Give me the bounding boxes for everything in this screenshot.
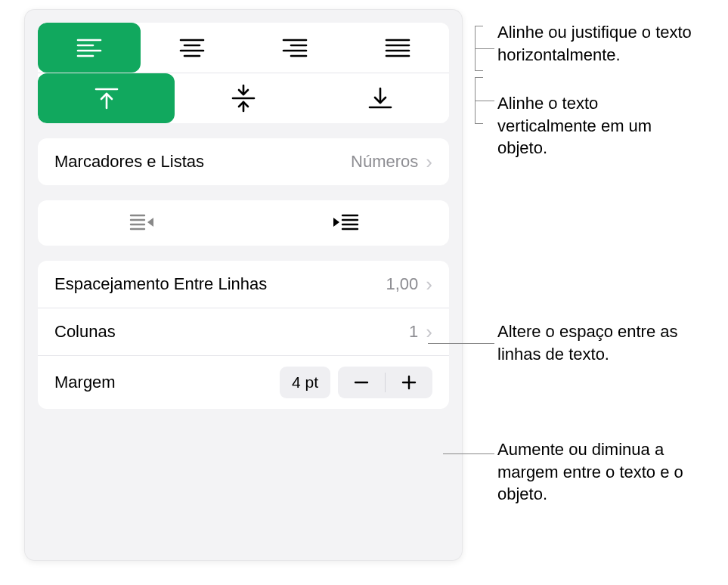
- margin-label: Margem: [54, 373, 116, 392]
- callout-halign: Alinhe ou justifique o texto horizontalm…: [497, 21, 724, 66]
- horizontal-align-row: [38, 23, 449, 73]
- margin-decrease-button[interactable]: [338, 367, 385, 398]
- increase-indent-button[interactable]: [243, 200, 449, 246]
- callout-line-spacing: [428, 343, 494, 344]
- alignment-group: [38, 23, 449, 123]
- increase-indent-icon: [332, 212, 361, 234]
- columns-value: 1: [409, 322, 418, 342]
- align-right-button[interactable]: [243, 23, 346, 73]
- plus-icon: [401, 375, 417, 390]
- align-justify-button[interactable]: [346, 23, 449, 73]
- line-spacing-label: Espacejamento Entre Linhas: [54, 274, 267, 294]
- align-center-button[interactable]: [141, 23, 243, 73]
- svg-marker-27: [147, 218, 153, 227]
- chevron-right-icon: ›: [426, 322, 432, 342]
- minus-icon: [354, 375, 369, 390]
- line-spacing-row[interactable]: Espacejamento Entre Linhas 1,00 ›: [38, 261, 449, 308]
- callout-line-valign: [475, 101, 494, 101]
- align-left-icon: [76, 38, 102, 57]
- align-center-icon: [179, 38, 205, 57]
- format-panel: Marcadores e Listas Números ›: [24, 9, 463, 561]
- align-right-icon: [282, 38, 308, 57]
- bullets-lists-value: Números: [351, 152, 418, 172]
- bullets-lists-row[interactable]: Marcadores e Listas Números ›: [38, 138, 449, 185]
- valign-middle-button[interactable]: [175, 73, 311, 123]
- callout-line-halign: [475, 48, 494, 49]
- chevron-right-icon: ›: [426, 152, 432, 172]
- bullets-lists-label: Marcadores e Listas: [54, 152, 204, 172]
- vertical-align-row: [38, 73, 449, 123]
- valign-top-button[interactable]: [38, 73, 175, 123]
- indent-group: [38, 200, 449, 246]
- columns-row[interactable]: Colunas 1 ›: [38, 308, 449, 356]
- margin-row: Margem 4 pt: [38, 356, 449, 409]
- bullets-lists-group: Marcadores e Listas Números ›: [38, 138, 449, 185]
- decrease-indent-icon: [126, 212, 155, 234]
- decrease-indent-button[interactable]: [38, 200, 243, 246]
- svg-marker-28: [333, 218, 339, 227]
- valign-bottom-button[interactable]: [312, 73, 449, 123]
- line-spacing-value: 1,00: [386, 274, 419, 294]
- valign-top-icon: [94, 85, 119, 111]
- margin-value[interactable]: 4 pt: [280, 367, 330, 398]
- callout-spacing: Altere o espaço entre as linhas de texto…: [497, 320, 717, 365]
- callout-line-margin: [443, 453, 494, 454]
- callout-margin: Aumente ou diminua a margem entre o text…: [497, 438, 717, 506]
- align-left-button[interactable]: [38, 23, 141, 73]
- valign-bottom-icon: [367, 85, 393, 111]
- margin-stepper: [338, 367, 432, 398]
- margin-increase-button[interactable]: [386, 367, 432, 398]
- columns-label: Colunas: [54, 322, 116, 342]
- callout-valign: Alinhe o texto verticalmente em um objet…: [497, 92, 686, 159]
- chevron-right-icon: ›: [426, 274, 432, 294]
- spacing-group: Espacejamento Entre Linhas 1,00 › Coluna…: [38, 261, 449, 409]
- align-justify-icon: [385, 38, 410, 57]
- valign-middle-icon: [231, 83, 256, 113]
